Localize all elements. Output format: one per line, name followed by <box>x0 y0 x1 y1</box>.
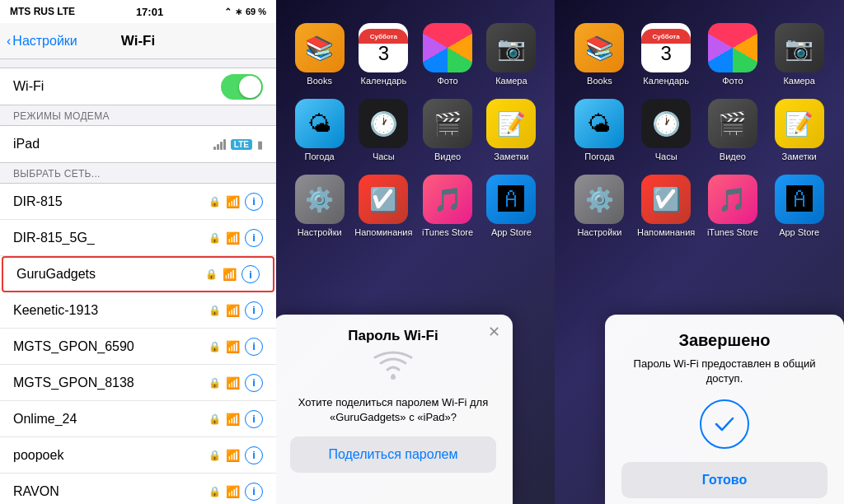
app-icon-notes[interactable]: 📝 Заметки <box>483 99 540 161</box>
network-row[interactable]: MGTS_GPON_8138 🔒 📶 i <box>0 365 276 401</box>
calendar-label: Календарь <box>361 76 407 86</box>
itunes-icon: 🎵 <box>423 175 472 224</box>
wifi-dialog-title: Пароль Wi-Fi <box>348 328 438 344</box>
app-icon-notes2[interactable]: 📝 Заметки <box>769 99 829 161</box>
lock-icon: 🔒 <box>209 413 221 425</box>
bar2 <box>217 144 219 150</box>
camera-label: Камера <box>495 76 527 86</box>
wifi-signal-icon: 📶 <box>226 340 240 353</box>
network-name: MGTS_GPON_8138 <box>13 376 134 390</box>
done-dialog: Завершено Пароль Wi-Fi предоставлен в об… <box>605 315 844 504</box>
app-icon-video2[interactable]: 🎬 Видео <box>703 99 763 161</box>
info-button[interactable]: i <box>245 446 263 464</box>
network-row[interactable]: DIR-815_5G_ 🔒 📶 i <box>0 220 276 256</box>
reminders-label2: Напоминания <box>637 227 695 237</box>
info-button[interactable]: i <box>245 410 263 428</box>
network-name: RAVON <box>13 484 59 499</box>
weather-label: Погода <box>305 152 335 161</box>
photos-icon2 <box>708 23 757 72</box>
app-icon-books2[interactable]: 📚 Books <box>570 23 630 86</box>
network-row-selected[interactable]: GuruGadgets 🔒 📶 i <box>2 256 274 292</box>
network-row[interactable]: Onlime_24 🔒 📶 i <box>0 401 276 437</box>
wifi-signal-icon: 📶 <box>226 449 240 462</box>
done-button[interactable]: Готово <box>621 462 828 498</box>
network-row[interactable]: DIR-815 🔒 📶 i <box>0 184 276 220</box>
app-icon-reminders2[interactable]: ☑️ Напоминания <box>636 175 696 237</box>
weather-label2: Погода <box>584 152 614 161</box>
chevron-left-icon: ‹ <box>7 34 11 49</box>
toggle-knob <box>239 76 261 98</box>
app-icon-weather2[interactable]: 🌤 Погода <box>570 99 630 161</box>
app-icon-photos2[interactable]: Фото <box>703 23 763 86</box>
books-icon2: 📚 <box>574 23 624 72</box>
app-icon-clock[interactable]: 🕐 Часы <box>354 99 412 161</box>
network-name: MGTS_GPON_6590 <box>13 339 134 354</box>
network-row[interactable]: Keenetic-1913 🔒 📶 i <box>0 292 276 329</box>
settings-panel: MTS RUS LTE 17:01 ⌃ ∗ 69 % ‹ Настройки W… <box>0 0 276 504</box>
app-icon-reminders[interactable]: ☑️ Напоминания <box>354 175 412 237</box>
app-icon-calendar2[interactable]: Суббота 3 Календарь <box>636 23 696 86</box>
lock-icon: 🔒 <box>209 486 221 497</box>
reminders-icon2: ☑️ <box>641 175 691 224</box>
wifi-toggle[interactable] <box>221 74 263 100</box>
app-icon-appstore2[interactable]: 🅰 App Store <box>769 175 829 237</box>
app-icon-calendar[interactable]: Суббота 3 Календарь <box>354 23 412 86</box>
clock-icon2: 🕐 <box>641 99 691 148</box>
settings-label: Настройки <box>298 227 342 237</box>
modem-group: iPad LTE ▮ <box>0 125 276 163</box>
info-button[interactable]: i <box>245 338 263 356</box>
info-button[interactable]: i <box>245 301 263 320</box>
app-icon-itunes[interactable]: 🎵 iTunes Store <box>419 175 476 237</box>
info-button[interactable]: i <box>245 193 263 211</box>
close-button[interactable]: ✕ <box>485 323 503 341</box>
appstore-label2: App Store <box>779 227 819 237</box>
back-button[interactable]: ‹ Настройки <box>7 34 77 49</box>
networks-section: ВЫБРАТЬ СЕТЬ... DIR-815 🔒 📶 i DIR-815_5G… <box>0 163 276 504</box>
ipad-label: iPad <box>13 137 40 152</box>
app-icon-video[interactable]: 🎬 Видео <box>419 99 476 161</box>
network-icons: 🔒 📶 i <box>209 338 263 356</box>
location-icon: ⌃ <box>224 7 232 17</box>
app-icon-books[interactable]: 📚 Books <box>291 23 348 86</box>
app-icon-clock2[interactable]: 🕐 Часы <box>636 99 696 161</box>
info-button[interactable]: i <box>241 265 260 283</box>
ipad-row[interactable]: iPad LTE ▮ <box>0 126 276 162</box>
appstore-label: App Store <box>491 227 532 237</box>
calendar-day-num2: 3 <box>660 44 671 67</box>
app-icon-settings2[interactable]: ⚙️ Настройки <box>570 175 630 237</box>
wifi-signal-icon: 📶 <box>223 268 237 281</box>
network-row[interactable]: poopoek 🔒 📶 i <box>0 437 276 474</box>
network-icons: 🔒 📶 i <box>209 193 263 211</box>
wifi-toggle-row[interactable]: Wi-Fi <box>0 68 276 105</box>
itunes-icon2: 🎵 <box>708 175 757 224</box>
nav-bar: ‹ Настройки Wi-Fi <box>0 23 276 59</box>
calendar-label2: Календарь <box>643 76 689 86</box>
app-icon-settings[interactable]: ⚙️ Настройки <box>291 175 348 237</box>
video-label2: Видео <box>720 152 746 161</box>
network-name: poopoek <box>13 448 63 463</box>
app-icon-camera[interactable]: 📷 Камера <box>483 23 540 86</box>
notes-icon2: 📝 <box>775 99 824 148</box>
lock-icon: 🔒 <box>205 268 218 280</box>
photos-label: Фото <box>437 76 457 86</box>
back-label: Настройки <box>12 34 77 49</box>
app-icon-photos[interactable]: Фото <box>419 23 476 86</box>
info-button[interactable]: i <box>245 483 263 501</box>
share-password-button[interactable]: Поделиться паролем <box>290 436 496 473</box>
info-button[interactable]: i <box>245 229 263 247</box>
battery-area: ⌃ ∗ 69 % <box>224 7 266 17</box>
network-name: GuruGadgets <box>16 267 96 282</box>
networks-header: ВЫБРАТЬ СЕТЬ... <box>0 163 276 183</box>
app-icon-camera2[interactable]: 📷 Камера <box>769 23 829 86</box>
status-bar: MTS RUS LTE 17:01 ⌃ ∗ 69 % <box>0 0 276 23</box>
lock-icon: 🔒 <box>209 196 221 208</box>
info-button[interactable]: i <box>245 374 263 392</box>
clock-icon: 🕐 <box>359 99 408 148</box>
network-row[interactable]: RAVON 🔒 📶 i <box>0 474 276 504</box>
reminders-label: Напоминания <box>354 227 412 237</box>
app-icon-weather[interactable]: 🌤 Погода <box>291 99 348 161</box>
app-icon-itunes2[interactable]: 🎵 iTunes Store <box>703 175 763 237</box>
carrier-label: MTS RUS LTE <box>10 6 75 17</box>
app-icon-appstore[interactable]: 🅰 App Store <box>483 175 540 237</box>
network-row[interactable]: MGTS_GPON_6590 🔒 📶 i <box>0 329 276 365</box>
